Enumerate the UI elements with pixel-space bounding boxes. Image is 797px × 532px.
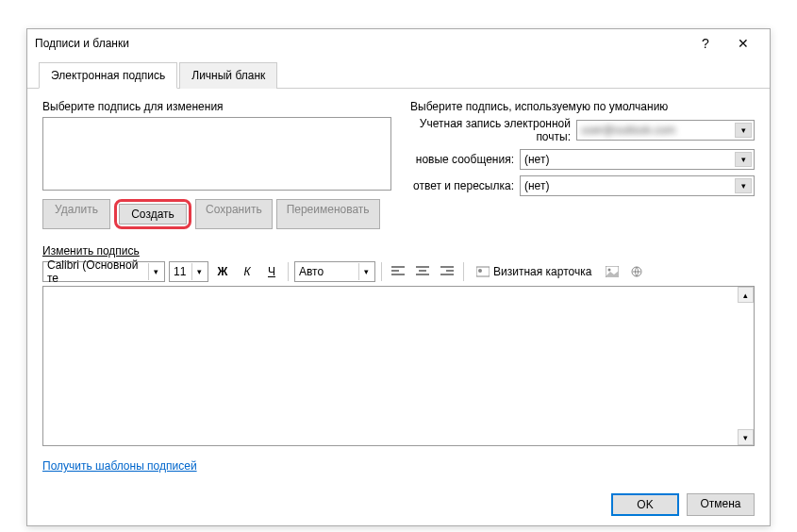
cancel-button[interactable]: Отмена (687, 493, 755, 516)
bizcard-icon (476, 266, 490, 277)
chevron-down-icon: ▾ (358, 263, 374, 280)
titlebar: Подписи и бланки ? ✕ (27, 29, 770, 58)
align-right-button[interactable] (437, 261, 457, 282)
account-label: Учетная запись электронной почты: (410, 117, 571, 143)
dialog-signatures: Подписи и бланки ? ✕ Электронная подпись… (26, 28, 771, 526)
signature-list[interactable] (42, 117, 391, 191)
chevron-down-icon: ▾ (735, 152, 752, 167)
row-account: Учетная запись электронной почты: user@o… (410, 117, 755, 143)
reply-value: (нет) (524, 179, 549, 192)
sig-buttons: Удалить Создать Сохранить Переименовать (42, 199, 391, 229)
help-button[interactable]: ? (687, 30, 724, 57)
default-sig-label: Выберите подпись, используемую по умолча… (410, 100, 755, 113)
bold-button[interactable]: Ж (212, 261, 233, 282)
scroll-up-button[interactable]: ▴ (738, 287, 754, 303)
underline-button[interactable]: Ч (261, 261, 282, 282)
chevron-down-icon: ▾ (735, 178, 752, 193)
align-left-icon (391, 266, 405, 277)
delete-button[interactable]: Удалить (42, 199, 110, 229)
fontsize-select[interactable]: 11 ▾ (169, 261, 208, 282)
create-button[interactable]: Создать (119, 204, 187, 224)
reply-select[interactable]: (нет) ▾ (520, 175, 755, 196)
newmsg-value: (нет) (524, 153, 549, 166)
separator (381, 262, 382, 281)
italic-button[interactable]: К (237, 261, 257, 282)
svg-point-3 (608, 269, 611, 272)
align-left-button[interactable] (388, 261, 408, 282)
chevron-down-icon: ▾ (148, 263, 163, 280)
separator (463, 262, 464, 281)
row-reply: ответ и пересылка: (нет) ▾ (410, 175, 755, 196)
dialog-title: Подписи и бланки (35, 37, 687, 50)
create-highlight: Создать (114, 199, 191, 229)
font-select[interactable]: Calibri (Основной те ▾ (42, 261, 165, 282)
svg-point-1 (478, 269, 482, 273)
account-select[interactable]: user@outlook.com ▾ (576, 120, 755, 141)
image-icon (606, 266, 619, 277)
editor-toolbar: Calibri (Основной те ▾ 11 ▾ Ж К Ч Авто ▾… (42, 261, 755, 282)
editor-wrap: ▴ ▾ (42, 286, 755, 446)
scroll-down-button[interactable]: ▾ (738, 429, 754, 445)
svg-rect-0 (476, 267, 490, 276)
left-panel: Выберите подпись для изменения Удалить С… (42, 100, 391, 229)
chevron-down-icon: ▾ (191, 263, 207, 280)
tab-esignature[interactable]: Электронная подпись (39, 62, 177, 89)
align-center-button[interactable] (412, 261, 433, 282)
footer: OK Отмена (611, 493, 755, 516)
newmsg-label: новые сообщения: (410, 153, 514, 166)
reply-label: ответ и пересылка: (410, 179, 514, 192)
row-newmsg: новые сообщения: (нет) ▾ (410, 149, 755, 170)
align-center-icon (416, 266, 429, 277)
color-select[interactable]: Авто ▾ (294, 261, 375, 282)
right-panel: Выберите подпись, используемую по умолча… (410, 100, 755, 229)
select-sig-label: Выберите подпись для изменения (42, 100, 391, 113)
bizcard-button[interactable]: Визитная карточка (470, 261, 598, 282)
save-button[interactable]: Сохранить (195, 199, 273, 229)
ok-button[interactable]: OK (611, 493, 679, 516)
tabs: Электронная подпись Личный бланк (27, 61, 770, 89)
dialog-body: Выберите подпись для изменения Удалить С… (27, 89, 770, 241)
rename-button[interactable]: Переименовать (276, 199, 380, 229)
link-icon (630, 266, 643, 277)
tab-stationery[interactable]: Личный бланк (179, 62, 277, 89)
edit-sig-label: Изменить подпись (42, 244, 755, 258)
separator (288, 262, 289, 281)
account-value: user@outlook.com (581, 124, 675, 137)
chevron-down-icon: ▾ (735, 123, 752, 138)
close-button[interactable]: ✕ (724, 30, 762, 57)
newmsg-select[interactable]: (нет) ▾ (520, 149, 755, 170)
signature-editor[interactable] (42, 286, 755, 446)
insert-image-button[interactable] (602, 261, 623, 282)
insert-link-button[interactable] (626, 261, 647, 282)
align-right-icon (440, 266, 454, 277)
templates-link[interactable]: Получить шаблоны подписей (42, 459, 197, 473)
